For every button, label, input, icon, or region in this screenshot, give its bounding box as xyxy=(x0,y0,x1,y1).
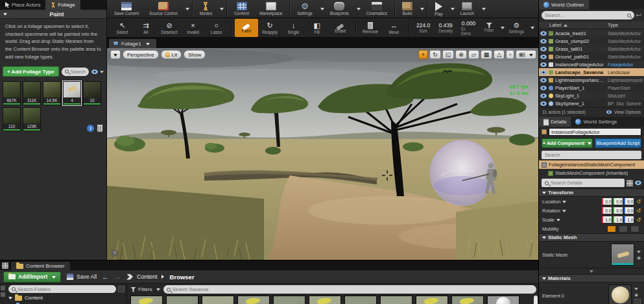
location-z-field[interactable]: 0.0 xyxy=(624,198,634,205)
asset-thumbnail[interactable] xyxy=(130,296,163,304)
visibility-eye-icon[interactable] xyxy=(540,39,547,44)
tab-place-actors[interactable]: Place Actors xyxy=(0,0,45,10)
asset-thumbnail[interactable] xyxy=(380,296,412,304)
chevron-down-icon[interactable] xyxy=(320,8,324,12)
visibility-eye-icon[interactable] xyxy=(540,86,547,90)
back-arrow-button[interactable]: ← xyxy=(102,273,109,281)
forward-arrow-button[interactable]: → xyxy=(114,273,121,281)
mobility-movable-button[interactable] xyxy=(630,225,639,233)
visibility-eye-icon[interactable] xyxy=(540,101,547,106)
chevron-down-icon[interactable] xyxy=(220,8,224,12)
chevron-down-icon[interactable] xyxy=(637,251,641,255)
foliage-search-box[interactable] xyxy=(62,68,89,76)
brush-size-field[interactable]: 224.0Size xyxy=(412,19,434,37)
component-row-selected[interactable]: FoliageInstancedStaticMeshComponent xyxy=(539,160,644,169)
section-expander[interactable] xyxy=(539,268,644,274)
chevron-down-icon[interactable] xyxy=(185,8,189,12)
outliner-row[interactable]: SkyLight_1SkyLight xyxy=(539,92,644,99)
tool-select-all[interactable]: ⇉All xyxy=(134,19,157,37)
tool-remove[interactable]: Remove xyxy=(359,19,382,37)
asset-thumbnail[interactable] xyxy=(273,296,305,304)
marketplace-button[interactable]: Marketplace xyxy=(255,1,287,18)
add-foliage-type-button[interactable]: + Add Foliage Type xyxy=(3,66,59,77)
rotation-z-field[interactable]: 0.0 xyxy=(624,207,634,214)
foliage-tile[interactable]: 667K xyxy=(3,81,21,105)
tab-details[interactable]: Details xyxy=(539,117,571,127)
static-mesh-section-header[interactable]: Static Mesh xyxy=(539,233,644,242)
visibility-eye-icon[interactable] xyxy=(540,47,547,51)
collections-icon[interactable] xyxy=(1,292,5,297)
asset-thumbnail[interactable] xyxy=(166,296,198,304)
sources-toggle-button[interactable] xyxy=(118,286,125,292)
foliage-tile[interactable]: 110 xyxy=(3,107,21,131)
show-button[interactable]: Show xyxy=(184,50,206,59)
asset-thumbnail[interactable] xyxy=(416,296,448,304)
chevron-down-icon[interactable] xyxy=(482,8,486,12)
visibility-eye-icon[interactable] xyxy=(540,70,547,75)
launch-button[interactable]: Launch xyxy=(456,1,479,18)
breadcrumb-root[interactable]: Content xyxy=(137,273,158,280)
chevron-down-icon[interactable] xyxy=(357,8,361,12)
build-button[interactable]: Build xyxy=(398,1,417,18)
rotation-snap-button[interactable]: △ xyxy=(494,50,505,59)
lock-scale-icon[interactable]: ↺ xyxy=(636,217,641,223)
paint-density-field[interactable]: 0.439Density xyxy=(435,19,457,37)
scale-tool-button[interactable]: ◱ xyxy=(442,50,455,59)
browse-asset-icon[interactable]: ◉ xyxy=(634,292,641,298)
actor-name-input[interactable] xyxy=(549,128,641,136)
outliner-row[interactable]: Acacia_tree01StaticMeshActor xyxy=(539,29,644,37)
chevron-down-icon[interactable] xyxy=(420,8,424,12)
blueprints-button[interactable]: Blueprints xyxy=(326,1,353,18)
details-filter-input[interactable] xyxy=(551,180,621,186)
collapse-chevron-icon[interactable] xyxy=(3,13,7,18)
scale-snap-button[interactable]: ▫ xyxy=(506,50,514,59)
folder-search-input[interactable] xyxy=(18,286,113,292)
grid-snap-button[interactable]: ▦ xyxy=(481,50,493,59)
outliner-row[interactable]: Grass_clump02StaticMeshActor xyxy=(539,37,644,45)
add-import-button[interactable]: Add/Import xyxy=(3,272,61,283)
visibility-eye-icon[interactable] xyxy=(540,55,547,59)
component-search-input[interactable] xyxy=(545,152,638,158)
tool-fill[interactable]: ◧Fill xyxy=(305,19,328,37)
asset-thumbnail-material[interactable] xyxy=(487,296,519,304)
outliner-row[interactable]: Grass_tall01StaticMeshActor xyxy=(539,45,644,53)
outliner-row[interactable]: InstancedFoliageActorFoliageActor xyxy=(539,60,644,68)
foliage-tile[interactable]: 10 xyxy=(83,81,101,105)
perspective-button[interactable]: Perspective xyxy=(123,50,159,59)
settings-dropdown[interactable]: ⚙Settings xyxy=(505,19,529,37)
property-matrix-icon[interactable] xyxy=(626,180,633,186)
browse-asset-icon[interactable]: ◉ xyxy=(637,255,641,260)
modes-button[interactable]: Modes xyxy=(195,1,217,18)
tool-lasso[interactable]: ○Lasso xyxy=(205,19,228,37)
outliner-row-selected[interactable]: Landscape_SavannaLandscape xyxy=(539,68,644,76)
details-filter-box[interactable] xyxy=(542,179,625,187)
asset-search-input[interactable] xyxy=(173,286,533,292)
camera-speed-button[interactable] xyxy=(516,50,536,59)
foliage-tile[interactable]: 129K xyxy=(23,107,41,131)
mobility-static-button[interactable] xyxy=(607,225,616,233)
save-all-button[interactable]: Save All xyxy=(66,273,97,281)
tab-content-browser[interactable]: Content Browser xyxy=(11,262,70,270)
outliner-row[interactable]: Ground_path01StaticMeshActor xyxy=(539,53,644,60)
rotation-y-field[interactable]: 0.0 xyxy=(613,207,623,214)
viewport-tab[interactable]: Foliage1 xyxy=(109,39,156,48)
visibility-eye-icon[interactable] xyxy=(540,62,547,67)
material-slot-icon[interactable] xyxy=(634,299,641,304)
component-row-child[interactable]: StaticMeshComponent (Inherited) xyxy=(539,169,644,177)
materials-section-header[interactable]: Materials xyxy=(539,274,644,283)
foliage-tile[interactable]: 311K xyxy=(23,81,41,105)
foliage-search-input[interactable] xyxy=(71,69,86,75)
play-button[interactable]: Play xyxy=(430,1,447,18)
outliner-row[interactable]: PlayerStart_1PlayerStart xyxy=(539,84,644,92)
tab-foliage[interactable]: Foliage xyxy=(45,0,80,10)
component-search-box[interactable] xyxy=(542,151,641,159)
outliner-column-header[interactable]: Label Type xyxy=(539,21,644,29)
visibility-eye-icon[interactable] xyxy=(540,78,547,82)
asset-thumbnail[interactable] xyxy=(309,296,341,304)
tool-erase[interactable]: Erase xyxy=(329,19,352,37)
tool-reapply[interactable]: ↻Reapply xyxy=(259,19,281,37)
filter-dropdown[interactable]: Filter xyxy=(481,19,497,37)
tool-deselect[interactable]: ⊘Deselect xyxy=(158,19,181,37)
folder-row-content[interactable]: Content xyxy=(8,294,125,301)
tool-paint[interactable]: Paint xyxy=(235,19,257,37)
